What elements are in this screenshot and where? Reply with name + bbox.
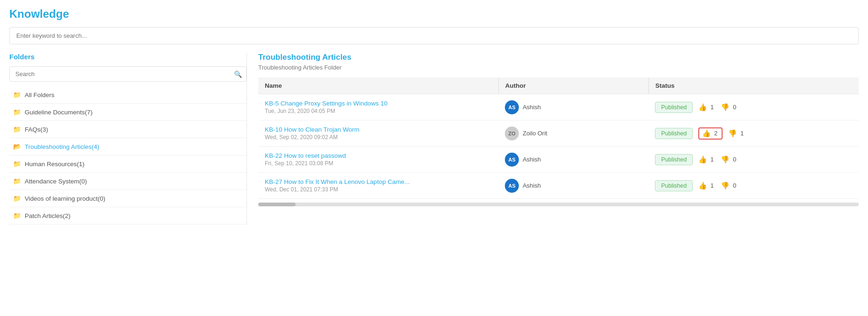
article-name-cell: KB-5 Change Proxy Settings in Windows 10…	[258, 94, 498, 120]
folder-list: 📁 All Folders📁 Guideline Documents(7)📁 F…	[9, 86, 247, 225]
folder-label: Human Resources(1)	[25, 161, 84, 168]
status-badge: Published	[655, 128, 693, 139]
column-header-name: Name	[258, 77, 498, 94]
article-name-cell: KB-22 How to reset passowd Fri, Sep 10, …	[258, 147, 498, 173]
status-badge: Published	[655, 180, 693, 191]
folder-label: Attendance System(0)	[25, 178, 87, 185]
search-icon: 🔍	[234, 70, 242, 78]
thumbs-down-count: 0	[733, 104, 736, 111]
article-name-cell: KB-10 How to Clean Trojan Worm Wed, Sep …	[258, 120, 498, 147]
author-name: Ashish	[523, 156, 541, 163]
vote-thumbs-up-group[interactable]: 👍 1	[698, 182, 715, 190]
status-badge: Published	[655, 154, 693, 165]
sidebar-item-attendance[interactable]: 📁 Attendance System(0)	[9, 173, 247, 190]
article-link[interactable]: KB-5 Change Proxy Settings in Windows 10	[265, 100, 492, 107]
column-header-author: Author	[498, 77, 648, 94]
avatar: AS	[505, 179, 519, 193]
article-author-cell: AS Ashish	[498, 147, 648, 173]
article-date: Tue, Jun 23, 2020 04:05 PM	[265, 108, 335, 114]
status-badge: Published	[655, 102, 693, 113]
folder-icon: 📁	[13, 212, 21, 219]
folder-icon: 📁	[13, 91, 21, 98]
thumbs-down-count: 0	[733, 156, 736, 163]
author-name: Zoilo Orit	[523, 130, 547, 137]
avatar: AS	[505, 100, 519, 114]
thumbs-up-count: 2	[714, 130, 717, 137]
sidebar-item-troubleshooting[interactable]: 📂 Troubleshooting Articles(4)	[9, 138, 247, 155]
article-name-cell: KB-27 How to Fix It When a Lenovo Laptop…	[258, 173, 498, 199]
article-date: Wed, Dec 01, 2021 07:33 PM	[265, 186, 338, 193]
vote-thumbs-down-group[interactable]: 👎 0	[721, 103, 737, 112]
thumbs-down-count: 0	[733, 182, 736, 189]
article-status-cell: Published 👍 1 👎 0	[648, 147, 859, 173]
thumbs-down-count: 1	[740, 130, 744, 137]
avatar: ZO	[505, 126, 519, 140]
scrollbar-thumb[interactable]	[258, 203, 296, 206]
article-link[interactable]: KB-27 How to Fix It When a Lenovo Laptop…	[265, 178, 492, 185]
article-link[interactable]: KB-10 How to Clean Trojan Worm	[265, 126, 492, 133]
article-link[interactable]: KB-22 How to reset passowd	[265, 152, 492, 159]
column-header-status: Status	[648, 77, 859, 94]
author-cell: AS Ashish	[505, 100, 642, 114]
sidebar-item-videos[interactable]: 📁 Videos of learning product(0)	[9, 190, 247, 207]
article-date: Fri, Sep 10, 2021 03:08 PM	[265, 160, 333, 167]
article-date: Wed, Sep 02, 2020 09:02 AM	[265, 134, 338, 140]
global-search-input[interactable]	[9, 27, 859, 44]
thumbs-down-icon: 👎	[721, 103, 730, 112]
table-row: KB-27 How to Fix It When a Lenovo Laptop…	[258, 173, 859, 199]
sidebar-item-guideline[interactable]: 📁 Guideline Documents(7)	[9, 104, 247, 121]
article-status-cell: Published 👍 2 👎 1	[648, 120, 859, 147]
vote-thumbs-down-group[interactable]: 👎 0	[721, 155, 737, 164]
main-content: Troubleshooting Articles Troubleshooting…	[247, 53, 859, 225]
thumbs-up-icon: 👍	[698, 182, 707, 190]
thumbs-up-count: 1	[710, 104, 714, 111]
folder-label: Guideline Documents(7)	[25, 109, 93, 116]
table-row: KB-5 Change Proxy Settings in Windows 10…	[258, 94, 859, 120]
thumbs-up-count: 1	[710, 156, 714, 163]
author-cell: AS Ashish	[505, 153, 642, 167]
vote-thumbs-up-group[interactable]: 👍 1	[698, 103, 715, 112]
vote-thumbs-up-group[interactable]: 👍 2	[698, 127, 723, 140]
folder-label: FAQs(3)	[25, 126, 48, 133]
article-author-cell: AS Ashish	[498, 94, 648, 120]
page-title: Knowledge	[9, 7, 859, 21]
folder-icon: 📁	[13, 126, 21, 133]
sidebar: Folders 🔍 📁 All Folders📁 Guideline Docum…	[9, 53, 247, 225]
folder-icon: 📁	[13, 195, 21, 202]
article-author-cell: ZO Zoilo Orit	[498, 120, 648, 147]
folder-label: All Folders	[25, 91, 55, 98]
status-cell: Published 👍 1 👎 0	[655, 102, 852, 113]
folder-icon: 📁	[13, 108, 21, 116]
status-cell: Published 👍 1 👎 0	[655, 180, 852, 191]
author-cell: AS Ashish	[505, 179, 642, 193]
sidebar-item-faqs[interactable]: 📁 FAQs(3)	[9, 121, 247, 138]
folder-icon: 📁	[13, 177, 21, 185]
horizontal-scrollbar[interactable]	[258, 203, 859, 206]
folder-open-icon: 📂	[13, 143, 21, 150]
status-cell: Published 👍 2 👎 1	[655, 127, 852, 140]
table-row: KB-10 How to Clean Trojan Worm Wed, Sep …	[258, 120, 859, 147]
article-author-cell: AS Ashish	[498, 173, 648, 199]
thumbs-down-icon: 👎	[728, 129, 737, 138]
vote-thumbs-up-group[interactable]: 👍 1	[698, 155, 715, 164]
author-cell: ZO Zoilo Orit	[505, 126, 642, 140]
main-layout: Folders 🔍 📁 All Folders📁 Guideline Docum…	[9, 53, 859, 225]
vote-thumbs-down-group[interactable]: 👎 0	[721, 182, 737, 190]
article-status-cell: Published 👍 1 👎 0	[648, 173, 859, 199]
sidebar-item-patch[interactable]: 📁 Patch Articles(2)	[9, 207, 247, 225]
folder-search-wrap: 🔍	[9, 66, 247, 82]
folder-search-input[interactable]	[9, 66, 247, 82]
thumbs-up-count: 1	[710, 182, 714, 189]
folder-label: Patch Articles(2)	[25, 212, 70, 219]
sidebar-item-hr[interactable]: 📁 Human Resources(1)	[9, 155, 247, 173]
vote-thumbs-down-group[interactable]: 👎 1	[728, 129, 745, 138]
author-name: Ashish	[523, 104, 541, 111]
sidebar-item-all[interactable]: 📁 All Folders	[9, 86, 247, 104]
content-title: Troubleshooting Articles	[258, 53, 859, 62]
author-name: Ashish	[523, 182, 541, 189]
folder-label: Videos of learning product(0)	[25, 195, 105, 202]
thumbs-up-icon: 👍	[698, 155, 707, 164]
page-wrapper: Knowledge Folders 🔍 📁 All Folders📁 Guide…	[0, 0, 868, 316]
articles-table: Name Author Status KB-5 Change Proxy Set…	[258, 77, 859, 199]
table-row: KB-22 How to reset passowd Fri, Sep 10, …	[258, 147, 859, 173]
